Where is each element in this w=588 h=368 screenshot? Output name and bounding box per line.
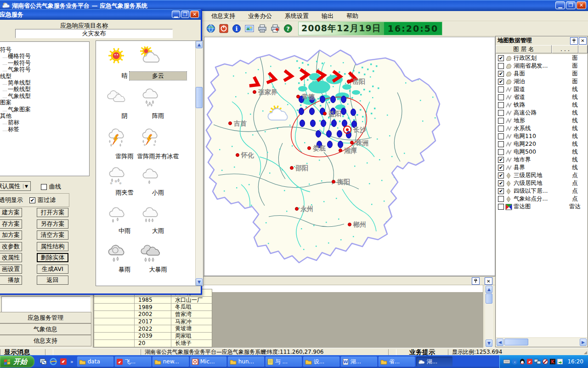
weather-symbol-label[interactable]: 小雨 — [130, 189, 187, 197]
weather-symbol-sun-icon[interactable] — [105, 46, 144, 67]
rain-drop-symbol[interactable] — [310, 108, 315, 115]
layer-name[interactable]: 六级居民地 — [514, 179, 562, 187]
rain-drop-symbol[interactable] — [320, 96, 325, 103]
layer-name[interactable]: 县界 — [514, 164, 562, 172]
rain-drop-symbol[interactable] — [311, 120, 316, 127]
layer-name[interactable]: 三级居民地 — [514, 172, 562, 179]
image-icon[interactable] — [244, 23, 255, 34]
antivirus-icon[interactable] — [543, 359, 548, 364]
scroll-up-icon[interactable]: ▲ — [486, 286, 492, 293]
weather-symbol-partial-icon[interactable] — [139, 278, 177, 286]
table-row-5[interactable]: 2022黄坡塘 — [94, 325, 212, 333]
ie-icon[interactable] — [49, 357, 57, 366]
layer-name[interactable]: 雷达图 — [514, 203, 562, 211]
tree-item-5[interactable]: 简单线型 — [0, 80, 89, 86]
weather-symbol-rain2-icon[interactable] — [105, 205, 144, 225]
weather-symbol-sleet-icon[interactable]: ✻✻✻ — [105, 166, 144, 186]
tree-item-6[interactable]: 一般线型 — [0, 86, 89, 92]
layer-checkbox[interactable]: ✔ — [498, 157, 504, 163]
layer-checkbox[interactable] — [498, 149, 504, 155]
qq-icon[interactable] — [520, 359, 525, 365]
dialog-button-right-1[interactable]: 另存方案 — [37, 219, 68, 229]
tree-item-3[interactable]: 气象符号 — [0, 66, 89, 73]
weather-symbol-suncloud-icon[interactable] — [139, 46, 177, 67]
layer-checkbox[interactable] — [498, 86, 504, 92]
face-filter-checkbox[interactable]: ✔ — [29, 197, 35, 203]
dialog-button-left-6[interactable]: 播放 — [0, 276, 22, 285]
weather-symbol-label[interactable]: 阵雨 — [130, 112, 187, 120]
dialog-button-left-4[interactable]: 改属性 — [0, 253, 22, 262]
rain-drop-symbol[interactable] — [332, 120, 337, 127]
city-dot-marker[interactable] — [351, 141, 354, 144]
minimize-button[interactable]: ▁ — [555, 1, 565, 9]
layer-name[interactable]: 地市界 — [514, 156, 562, 164]
rain-drop-symbol[interactable] — [331, 96, 336, 103]
layer-name[interactable]: 电网110 — [514, 132, 562, 140]
hscroll-thumb[interactable] — [504, 339, 528, 345]
city-dot-marker[interactable] — [290, 167, 294, 170]
weather-symbol-storm-icon[interactable] — [105, 243, 144, 264]
symbols-vscrollbar[interactable]: ▲ ▼ — [195, 41, 203, 286]
rain-drop-symbol[interactable] — [300, 120, 305, 127]
dialog-button-left-3[interactable]: 改参数 — [0, 242, 22, 251]
weather-symbol-rain3-icon[interactable] — [139, 205, 177, 225]
dialog-button-right-2[interactable]: 清空方案 — [37, 230, 68, 240]
taskbar-task-6[interactable]: 设... — [303, 356, 339, 367]
restore-button[interactable]: ❐ — [566, 1, 576, 9]
scroll-down-icon[interactable]: ▼ — [486, 339, 492, 347]
symbol-gallery[interactable]: ▲ ▼ 晴多云阴阵雨雷阵雨雷阵雨并有冰雹✻✻✻雨夹雪小雨中雨大雨暴雨大暴雨 — [96, 40, 204, 286]
layer-name[interactable]: 湖南省易发... — [514, 62, 562, 70]
symbols-scroll-thumb[interactable] — [196, 87, 203, 108]
layer-checkbox[interactable] — [498, 63, 504, 69]
weather-symbol-label[interactable]: 大暴雨 — [130, 265, 187, 274]
menu-item-4[interactable]: 帮助 — [340, 11, 365, 21]
layer-checkbox[interactable] — [498, 118, 504, 124]
layers-hscrollbar[interactable]: ◀ ▶ — [496, 338, 587, 346]
panel-close-icon[interactable]: ✕ — [579, 37, 587, 45]
layer-name[interactable]: 省道 — [514, 93, 562, 101]
city-dot-marker[interactable] — [229, 122, 232, 125]
layer-checkbox[interactable] — [498, 102, 504, 108]
menu-item-1[interactable]: 业务办公 — [242, 11, 278, 21]
rain-drop-symbol[interactable] — [316, 131, 321, 138]
weather-symbol-rain1-icon[interactable] — [139, 166, 177, 186]
layer-name[interactable]: 气象站点分... — [514, 195, 562, 203]
transparent-label[interactable]: 透明显示 — [0, 196, 23, 204]
layer-name[interactable]: 湖泊 — [514, 78, 562, 86]
layer-name[interactable]: 高速公路 — [514, 109, 562, 117]
layer-name[interactable]: 四级以下居... — [514, 187, 562, 195]
tree-item-2[interactable]: 一般符号 — [0, 60, 89, 66]
rain-drop-symbol[interactable] — [342, 120, 347, 127]
symbols-scroll-up-icon[interactable]: ▲ — [196, 41, 203, 48]
dialog-button-right-6[interactable]: 返回 — [37, 276, 68, 285]
table-row-3[interactable]: 2002曾家湾 — [94, 311, 212, 318]
rain-drop-symbol[interactable] — [338, 141, 343, 148]
city-dot-marker[interactable] — [253, 91, 256, 94]
info-icon[interactable]: i — [231, 23, 242, 34]
taskbar-task-0[interactable]: data — [77, 356, 113, 367]
scroll-left-icon[interactable]: ◀ — [497, 339, 503, 346]
dialog-button-left-0[interactable]: 建方案 — [0, 208, 22, 217]
taskbar-task-5[interactable]: 与 ... — [266, 356, 302, 367]
layer-checkbox[interactable]: ✔ — [498, 180, 504, 186]
bottom-vscrollbar[interactable]: ▲ ▼ — [485, 285, 493, 347]
print-preview-icon[interactable] — [270, 23, 281, 34]
sidebar-button-0[interactable]: 应急服务管理 — [0, 312, 91, 323]
dialog-button-right-5[interactable]: 生成AVI — [37, 264, 68, 274]
city-dot-marker[interactable] — [339, 149, 342, 152]
feige-quick-icon[interactable] — [59, 357, 68, 366]
bottom-close-icon[interactable]: ✕ — [485, 277, 492, 285]
city-dot-marker[interactable] — [348, 223, 351, 226]
symbol-tree[interactable]: 符号栅格符号一般符号气象符号线型简单线型一般线型气象线型图案气象图案其他箭标标签 — [0, 41, 90, 176]
layer-checkbox[interactable] — [498, 141, 504, 147]
layer-name[interactable]: 电网220 — [514, 140, 562, 148]
taskbar-task-1[interactable]: 飞... — [115, 356, 151, 367]
taskbar-task-2[interactable]: new... — [153, 356, 189, 367]
table-row-6[interactable]: 2039周家咀 — [94, 333, 212, 340]
scroll-right-icon[interactable]: ▶ — [580, 339, 587, 346]
rain-drop-symbol[interactable] — [351, 109, 356, 116]
layer-name[interactable]: 电网500 — [514, 148, 562, 156]
layer-name[interactable]: 铁路 — [514, 101, 562, 109]
layer-checkbox[interactable] — [498, 196, 504, 202]
taskbar-task-8[interactable]: 省... — [379, 356, 415, 367]
